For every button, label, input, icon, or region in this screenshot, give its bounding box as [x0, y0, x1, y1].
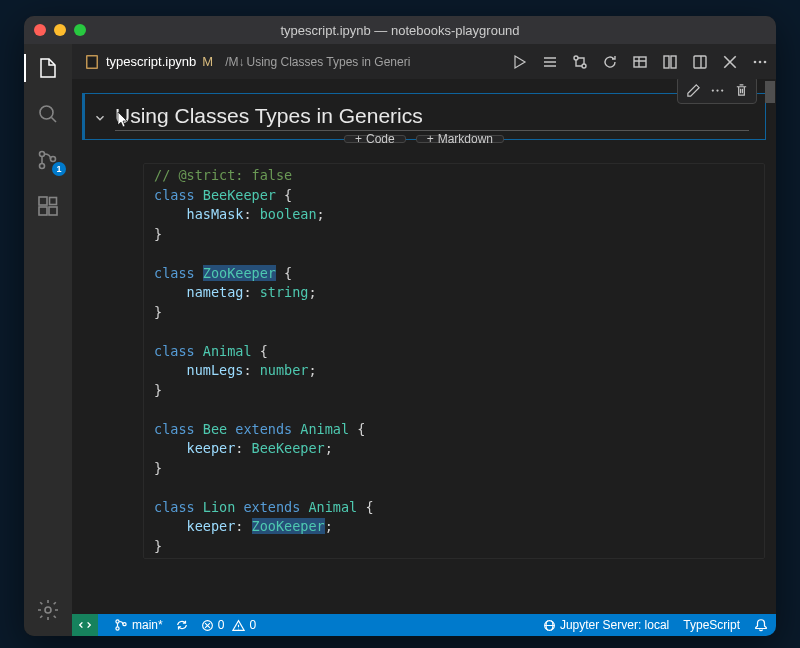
code-cell[interactable]: // @strict: false class BeeKeeper { hasM… — [82, 160, 766, 562]
window-body: 1 typescript.ipynb M /M↓ Us — [24, 44, 776, 636]
remote-indicator[interactable] — [72, 614, 98, 636]
cell-toolbar — [677, 79, 757, 104]
add-code-cell-button[interactable]: + Code — [344, 135, 406, 143]
restart-icon[interactable] — [602, 54, 618, 70]
close-icon[interactable] — [722, 54, 738, 70]
cell-more-icon[interactable] — [706, 80, 728, 100]
layout-icon[interactable] — [692, 54, 708, 70]
svg-point-2 — [40, 164, 45, 169]
scm-badge: 1 — [52, 162, 66, 176]
maximize-window-button[interactable] — [74, 24, 86, 36]
svg-point-23 — [116, 620, 119, 623]
activity-bar: 1 — [24, 44, 72, 636]
scrollbar[interactable] — [765, 81, 775, 614]
sync-status[interactable] — [175, 618, 189, 632]
add-markdown-label: Markdown — [438, 132, 493, 146]
breadcrumb-text: Using Classes Types in Generi — [247, 55, 411, 69]
explorer-icon[interactable] — [34, 54, 62, 82]
svg-point-25 — [123, 623, 126, 626]
error-count: 0 — [218, 618, 225, 632]
settings-gear-icon[interactable] — [34, 596, 62, 624]
svg-point-19 — [764, 60, 767, 63]
edit-cell-icon[interactable] — [682, 80, 704, 100]
svg-point-12 — [582, 64, 586, 68]
svg-rect-6 — [49, 207, 57, 215]
svg-rect-16 — [694, 56, 706, 68]
server-label: Jupyter Server: local — [560, 618, 669, 632]
vscode-window: typescript.ipynb — notebooks-playground … — [24, 16, 776, 636]
editor-group: typescript.ipynb M /M↓ Using Classes Typ… — [72, 44, 776, 636]
breadcrumb[interactable]: /M↓ Using Classes Types in Generi — [225, 55, 410, 69]
extensions-icon[interactable] — [34, 192, 62, 220]
svg-rect-10 — [88, 56, 97, 67]
warning-count: 0 — [249, 618, 256, 632]
variables-icon[interactable] — [632, 54, 648, 70]
svg-point-20 — [711, 89, 713, 91]
markdown-cell[interactable]: Using Classes Types in Generics + Code +… — [82, 93, 766, 140]
scrollbar-thumb[interactable] — [765, 81, 775, 103]
kernel-status[interactable]: TypeScript — [683, 618, 740, 632]
editor-tab[interactable]: typescript.ipynb M — [80, 54, 217, 70]
svg-rect-4 — [39, 197, 47, 205]
source-control-icon[interactable]: 1 — [34, 146, 62, 174]
clear-output-icon[interactable] — [662, 54, 678, 70]
add-markdown-cell-button[interactable]: + Markdown — [416, 135, 504, 143]
breadcrumb-prefix: /M↓ — [225, 55, 244, 69]
branch-status[interactable]: main* — [114, 618, 163, 632]
svg-point-0 — [40, 106, 53, 119]
notifications-icon[interactable] — [754, 618, 768, 632]
svg-point-1 — [40, 152, 45, 157]
close-window-button[interactable] — [34, 24, 46, 36]
tab-modified-marker: M — [202, 54, 213, 69]
delete-cell-icon[interactable] — [730, 80, 752, 100]
minimize-window-button[interactable] — [54, 24, 66, 36]
svg-point-21 — [716, 89, 718, 91]
window-title: typescript.ipynb — notebooks-playground — [24, 23, 776, 38]
status-bar: main* 0 0 Jupyter Server: local — [72, 614, 776, 636]
outline-icon[interactable] — [542, 54, 558, 70]
markdown-heading: Using Classes Types in Generics — [115, 104, 749, 131]
titlebar[interactable]: typescript.ipynb — notebooks-playground — [24, 16, 776, 44]
svg-point-24 — [116, 627, 119, 630]
plus-icon: + — [355, 132, 362, 146]
cursor-icon — [115, 111, 131, 129]
tab-actions — [512, 54, 768, 70]
add-code-label: Code — [366, 132, 395, 146]
svg-rect-15 — [671, 56, 676, 68]
plus-icon: + — [427, 132, 434, 146]
tab-bar: typescript.ipynb M /M↓ Using Classes Typ… — [72, 44, 776, 79]
markdown-heading-row: Using Classes Types in Generics — [83, 94, 765, 139]
branch-name: main* — [132, 618, 163, 632]
jupyter-server-status[interactable]: Jupyter Server: local — [543, 618, 669, 632]
tab-filename: typescript.ipynb — [106, 54, 196, 69]
svg-point-8 — [45, 607, 51, 613]
svg-rect-13 — [634, 57, 646, 67]
svg-point-22 — [721, 89, 723, 91]
collapse-chevron-icon[interactable] — [93, 111, 107, 125]
svg-rect-7 — [50, 198, 57, 205]
traffic-lights — [34, 24, 86, 36]
svg-rect-5 — [39, 207, 47, 215]
svg-point-11 — [574, 56, 578, 60]
notebook-editor[interactable]: Using Classes Types in Generics + Code +… — [72, 79, 776, 614]
svg-point-17 — [754, 60, 757, 63]
more-icon[interactable] — [752, 54, 768, 70]
diff-icon[interactable] — [572, 54, 588, 70]
code-editor[interactable]: // @strict: false class BeeKeeper { hasM… — [143, 163, 765, 559]
run-all-icon[interactable] — [512, 54, 528, 70]
svg-rect-14 — [664, 56, 669, 68]
search-icon[interactable] — [34, 100, 62, 128]
kernel-name: TypeScript — [683, 618, 740, 632]
problems-status[interactable]: 0 0 — [201, 618, 256, 632]
notebook-file-icon — [84, 54, 100, 70]
svg-point-18 — [759, 60, 762, 63]
